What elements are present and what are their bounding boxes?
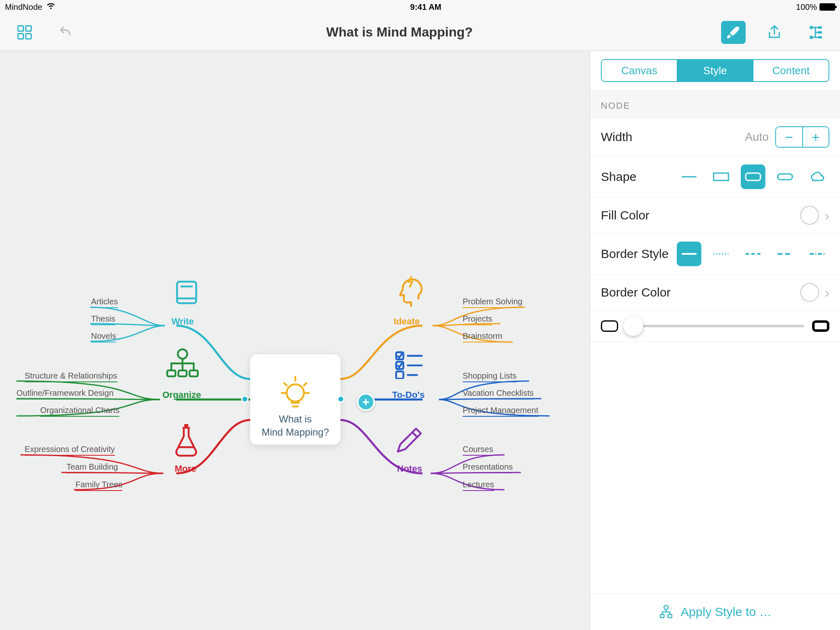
svg-point-21 [185,424,187,427]
branch-more[interactable]: More [175,463,196,474]
svg-line-28 [412,432,417,437]
svg-point-38 [664,605,668,609]
width-increase-button[interactable]: + [802,127,829,147]
leaf-organize-2[interactable]: Organizational Charts [40,406,119,415]
central-node[interactable]: What is Mind Mapping? [250,354,340,445]
width-label: Width [601,130,632,144]
svg-rect-3 [26,34,31,39]
head-idea-icon [394,276,425,310]
leaf-todos-0[interactable]: Shopping Lists [463,371,516,381]
chevron-right-icon: › [825,285,829,301]
inspector-panel: Canvas Style Content NODE Width Auto − +… [590,51,840,630]
width-stepper: − + [775,126,829,148]
svg-rect-1 [26,26,31,31]
battery-pct: 100% [796,2,817,12]
border-dashed[interactable] [741,242,765,266]
share-button[interactable] [762,21,787,44]
width-value: Auto [745,130,769,144]
border-dotted[interactable] [709,242,733,266]
tab-content[interactable]: Content [753,60,829,81]
row-border-color[interactable]: Border Color › [590,275,840,310]
leaf-write-2[interactable]: Novels [91,331,116,341]
svg-rect-39 [660,614,664,618]
shape-line[interactable] [677,164,701,189]
leaf-write-0[interactable]: Articles [91,297,118,306]
branch-write[interactable]: Write [171,316,194,327]
leaf-ideate-1[interactable]: Projects [463,314,492,324]
branch-todos[interactable]: To-Do's [392,390,425,400]
svg-rect-17 [167,370,176,376]
border-dash-dot[interactable] [805,242,829,266]
leaf-todos-1[interactable]: Vacation Checklists [463,388,534,398]
add-node-button[interactable]: + [357,393,375,411]
svg-rect-0 [18,26,23,31]
battery-indicator: 100% [796,2,835,12]
central-node-line1: What is [279,413,312,425]
branch-organize[interactable]: Organize [162,390,201,400]
leaf-more-0[interactable]: Expressions of Creativity [25,445,115,454]
status-app-name: MindNode [5,2,42,12]
leaf-more-2[interactable]: Family Trees [75,480,122,489]
row-fill-color[interactable]: Fill Color › [590,198,840,233]
fill-color-swatch [800,206,819,225]
shape-pill[interactable] [773,164,797,189]
leaf-todos-2[interactable]: Project Management [463,406,539,415]
width-decrease-button[interactable]: − [776,127,802,147]
inspector-tabs: Canvas Style Content [601,59,829,82]
tab-style[interactable]: Style [677,60,753,81]
apply-style-button[interactable]: Apply Style to … [590,593,840,630]
fill-label: Fill Color [601,208,649,222]
wifi-icon [46,2,55,13]
leaf-organize-1[interactable]: Outline/Framework Design [16,388,114,398]
row-border-thickness [590,310,840,342]
selection-handle-left[interactable] [241,395,249,403]
shape-cloud[interactable] [805,164,829,189]
thickness-min-icon [601,320,618,332]
leaf-ideate-2[interactable]: Brainstorm [463,331,502,341]
border-dashed-long[interactable] [773,242,797,266]
slider-knob[interactable] [623,316,643,336]
flask-icon [171,424,201,459]
leaf-notes-0[interactable]: Courses [463,445,493,454]
border-color-label: Border Color [601,285,671,299]
leaf-organize-0[interactable]: Structure & Relationships [25,371,117,381]
svg-rect-8 [818,36,822,39]
leaf-ideate-0[interactable]: Problem Solving [463,297,523,306]
document-title: What is Mind Mapping? [326,25,472,40]
mindmap-canvas[interactable]: What is Mind Mapping? + Write Organize M… [0,51,590,630]
leaf-notes-2[interactable]: Lectures [463,480,494,489]
shape-rect[interactable] [709,164,733,189]
undo-button[interactable] [53,21,78,44]
svg-rect-2 [18,34,23,39]
book-icon [172,278,201,308]
shape-label: Shape [601,170,637,184]
checklist-icon [394,349,425,381]
shape-rounded-rect[interactable] [741,164,765,189]
apply-style-label: Apply Style to … [681,605,772,619]
svg-rect-19 [189,370,198,376]
tab-canvas[interactable]: Canvas [602,60,677,81]
svg-rect-7 [818,31,822,34]
border-solid[interactable] [677,242,701,266]
row-shape: Shape [590,156,840,198]
svg-rect-6 [818,26,822,29]
svg-point-16 [178,349,187,359]
lightbulb-icon [277,373,314,412]
chevron-right-icon: › [825,208,829,224]
row-width: Width Auto − + [590,118,840,156]
selection-handle-right[interactable] [337,395,345,403]
status-time: 9:41 AM [410,2,441,12]
border-color-swatch [800,283,819,302]
branch-notes[interactable]: Notes [397,463,422,474]
branch-ideate[interactable]: Ideate [394,316,420,327]
leaf-write-1[interactable]: Thesis [91,314,115,324]
leaf-more-1[interactable]: Team Building [66,462,118,472]
thickness-slider[interactable] [626,325,804,327]
svg-rect-18 [178,370,187,376]
leaf-notes-1[interactable]: Presentations [463,462,513,472]
app-toolbar: What is Mind Mapping? [0,14,840,51]
style-brush-button[interactable] [721,21,746,44]
documents-button[interactable] [12,21,37,44]
outline-button[interactable] [803,21,828,44]
svg-point-12 [287,384,304,402]
